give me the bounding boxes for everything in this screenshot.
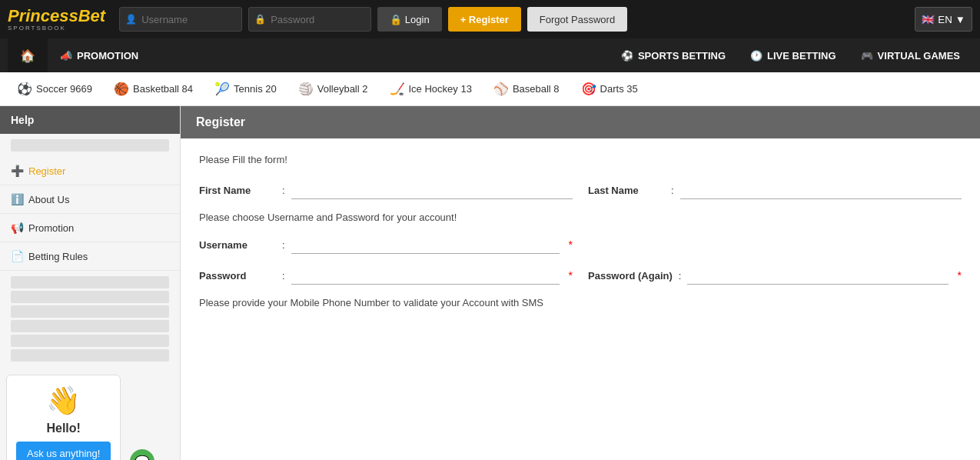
chat-hello: Hello! — [16, 422, 111, 435]
user-icon: 👤 — [125, 14, 137, 25]
info-icon: ℹ️ — [11, 193, 24, 205]
sport-darts[interactable]: 🎯 Darts 35 — [572, 72, 647, 106]
form-password-input[interactable] — [291, 266, 560, 285]
volleyball-icon: 🏐 — [298, 82, 314, 96]
volleyball-label: Volleyball 2 — [317, 83, 368, 95]
home-button[interactable]: 🏠 — [8, 38, 48, 72]
first-name-input[interactable] — [291, 181, 573, 199]
rules-icon: 📄 — [11, 250, 24, 262]
register-body: Please Fill the form! First Name : Last … — [181, 138, 980, 336]
sport-baseball[interactable]: ⚾ Baseball 8 — [484, 72, 569, 106]
soccer-label: Soccer 9669 — [36, 83, 92, 95]
virtual-icon: 🎮 — [861, 50, 873, 62]
form-username-label: Username — [199, 239, 276, 251]
ice-hockey-label: Ice Hockey 13 — [409, 83, 472, 95]
sports-bar: ⚽ Soccer 9669 🏀 Basketball 84 🎾 Tennis 2… — [0, 72, 980, 106]
sidebar-deco2 — [0, 271, 180, 367]
logo-sub: SPORTSBOOK — [8, 25, 105, 32]
logo-text: PrincessBet — [8, 6, 105, 25]
sports-icon: ⚽ — [621, 50, 633, 62]
form-password-field: Password : * — [199, 266, 573, 285]
form-password-again-input[interactable] — [687, 266, 948, 285]
register-title: Register — [181, 106, 980, 138]
username-required: * — [569, 238, 573, 251]
register-button[interactable]: + Register — [448, 7, 521, 32]
sidebar-item-register[interactable]: ➕ Register — [0, 157, 180, 185]
language-label: EN — [938, 14, 952, 25]
sport-basketball[interactable]: 🏀 Basketball 84 — [105, 72, 202, 106]
last-name-field: Last Name : — [588, 181, 962, 199]
nav-promotion[interactable]: 📣 PROMOTION — [48, 38, 151, 72]
soccer-icon: ⚽ — [17, 82, 32, 96]
username-row: Username : * — [199, 235, 962, 254]
deco-line3 — [11, 291, 169, 303]
chat-area: 👋 Hello! Ask us anything! 💬 — [0, 367, 180, 460]
form-instruction-1: Please Fill the form! — [199, 154, 962, 165]
password-required: * — [569, 269, 573, 282]
username-input[interactable] — [119, 7, 242, 32]
login-button[interactable]: 🔒 Login — [377, 7, 441, 32]
sport-soccer[interactable]: ⚽ Soccer 9669 — [8, 72, 101, 106]
chat-circle-wrapper: 💬 — [130, 449, 154, 460]
last-name-colon: : — [671, 185, 674, 196]
basketball-icon: 🏀 — [114, 82, 129, 96]
username-wrapper: 👤 — [119, 7, 242, 32]
forgot-password-button[interactable]: Forgot Password — [527, 7, 627, 32]
chat-button[interactable]: Ask us anything! — [16, 442, 111, 460]
sidebar-deco1 — [0, 134, 180, 157]
last-name-label: Last Name — [588, 185, 665, 196]
nav-virtual-games[interactable]: 🎮 VIRTUAL GAMES — [849, 38, 972, 72]
first-name-colon: : — [282, 185, 285, 196]
sidebar-item-about-us[interactable]: ℹ️ About Us — [0, 185, 180, 214]
sport-volleyball[interactable]: 🏐 Volleyball 2 — [289, 72, 377, 106]
lock-icon: 🔒 — [254, 14, 266, 25]
sport-ice-hockey[interactable]: 🏒 Ice Hockey 13 — [380, 72, 481, 106]
deco-line2 — [11, 276, 169, 288]
deco-line6 — [11, 335, 169, 347]
form-password-label: Password — [199, 270, 276, 282]
nav-live-betting[interactable]: 🕐 LIVE BETTING — [738, 38, 849, 72]
baseball-label: Baseball 8 — [513, 83, 560, 95]
register-container: Register Please Fill the form! First Nam… — [181, 106, 980, 460]
language-selector[interactable]: 🇬🇧 EN ▼ — [915, 7, 972, 32]
form-instruction-3: Please provide your Mobile Phone Number … — [199, 297, 962, 308]
tennis-icon: 🎾 — [214, 82, 230, 96]
betting-rules-label: Betting Rules — [28, 251, 88, 262]
sidebar: Help ➕ Register ℹ️ About Us 📢 Promotion … — [0, 106, 181, 460]
last-name-input[interactable] — [680, 181, 962, 199]
form-password-again-field: Password (Again) : * — [588, 266, 962, 285]
form-instruction-2: Please choose Username and Password for … — [199, 212, 962, 223]
baseball-icon: ⚾ — [493, 82, 509, 96]
lock-icon-btn: 🔒 — [390, 14, 402, 25]
nav-sports-betting[interactable]: ⚽ SPORTS BETTING — [609, 38, 738, 72]
darts-icon: 🎯 — [581, 82, 596, 96]
live-icon: 🕐 — [750, 50, 762, 62]
sport-tennis[interactable]: 🎾 Tennis 20 — [205, 72, 286, 106]
deco-line5 — [11, 320, 169, 332]
password-input[interactable] — [248, 7, 371, 32]
sidebar-item-betting-rules[interactable]: 📄 Betting Rules — [0, 242, 180, 271]
megaphone-icon: 📢 — [11, 222, 24, 234]
name-row: First Name : Last Name : — [199, 181, 962, 199]
chevron-down-icon: ▼ — [955, 14, 965, 25]
form-username-input[interactable] — [291, 235, 560, 254]
basketball-label: Basketball 84 — [133, 83, 193, 95]
tennis-label: Tennis 20 — [234, 83, 277, 95]
register-label: Register — [28, 165, 65, 177]
sidebar-item-promotion[interactable]: 📢 Promotion — [0, 214, 180, 242]
plus-icon: ➕ — [11, 165, 24, 177]
sidebar-help-label: Help — [0, 106, 180, 134]
main-container: Help ➕ Register ℹ️ About Us 📢 Promotion … — [0, 106, 980, 460]
form-password-again-label: Password (Again) — [588, 270, 673, 282]
chat-emoji: 👋 — [16, 385, 111, 417]
about-us-label: About Us — [28, 194, 69, 205]
darts-label: Darts 35 — [600, 83, 638, 95]
ice-hockey-icon: 🏒 — [390, 82, 405, 96]
chat-circle-button[interactable]: 💬 — [130, 449, 154, 460]
promotion-icon: 📣 — [60, 50, 72, 62]
nav-bar: 🏠 📣 PROMOTION ⚽ SPORTS BETTING 🕐 LIVE BE… — [0, 38, 980, 72]
promotion-label: Promotion — [28, 222, 74, 234]
first-name-label: First Name — [199, 185, 276, 196]
password-wrapper: 🔒 — [248, 7, 371, 32]
header: PrincessBet SPORTSBOOK 👤 🔒 🔒 Login + Reg… — [0, 0, 980, 38]
